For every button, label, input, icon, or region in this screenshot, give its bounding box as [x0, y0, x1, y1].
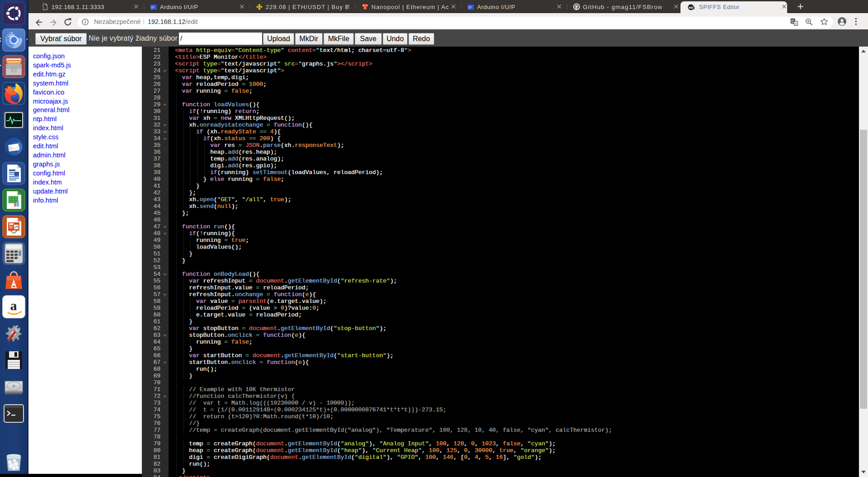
svg-text:x: x: [795, 22, 797, 26]
svg-text:WD: WD: [689, 6, 693, 9]
svg-text:a: a: [10, 298, 17, 313]
